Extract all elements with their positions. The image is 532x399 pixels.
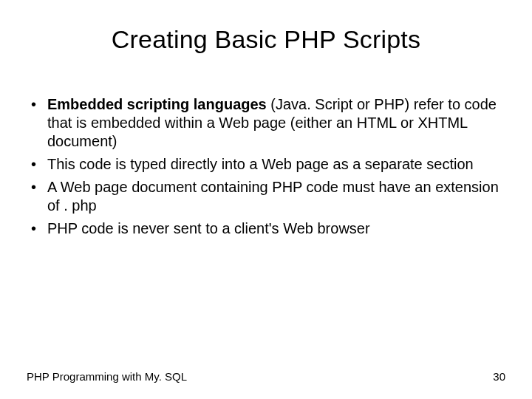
slide: Creating Basic PHP Scripts Embedded scri… — [0, 0, 532, 399]
bullet-list: Embedded scripting languages (Java. Scri… — [27, 95, 505, 238]
list-item: This code is typed directly into a Web p… — [27, 155, 505, 174]
list-item: A Web page document containing PHP code … — [27, 178, 505, 215]
page-number: 30 — [493, 370, 505, 383]
list-item: Embedded scripting languages (Java. Scri… — [27, 95, 505, 151]
footer: PHP Programming with My. SQL 30 — [27, 370, 505, 383]
bullet-text: A Web page document containing PHP code … — [47, 179, 499, 214]
bullet-text: PHP code is never sent to a client's Web… — [47, 220, 370, 236]
slide-title: Creating Basic PHP Scripts — [27, 25, 505, 54]
footer-left: PHP Programming with My. SQL — [27, 370, 187, 383]
bullet-bold: Embedded scripting languages — [47, 96, 267, 112]
bullet-text: This code is typed directly into a Web p… — [47, 156, 474, 172]
list-item: PHP code is never sent to a client's Web… — [27, 219, 505, 238]
